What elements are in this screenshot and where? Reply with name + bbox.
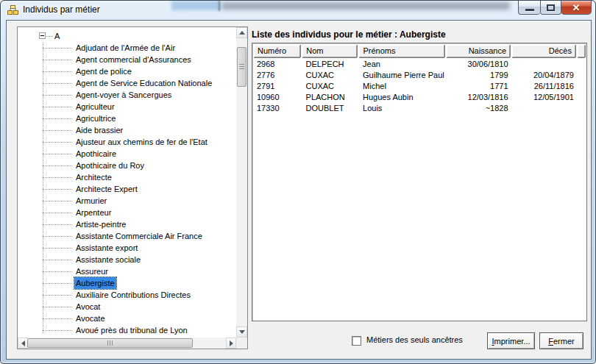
- tree-item-label[interactable]: Apothicaire du Roy: [74, 160, 146, 171]
- tree-item[interactable]: Ajusteur aux chemins de fer de l'Etat: [18, 136, 235, 148]
- tree-item-label[interactable]: Agent commercial d'Assurances: [74, 54, 193, 65]
- tree-item-label[interactable]: Avocat: [74, 301, 102, 313]
- tree-item-label[interactable]: Aide brassier: [74, 124, 124, 136]
- tree-item-label[interactable]: Assistante Commerciale Air France: [74, 230, 204, 242]
- column-header[interactable]: Numéro: [254, 45, 300, 57]
- tree-item-label[interactable]: Armurier: [74, 195, 108, 207]
- tree-connector: [43, 330, 72, 331]
- table-cell: 30/06/1810: [447, 59, 511, 70]
- tree-connector: [43, 95, 72, 96]
- tree-item[interactable]: Apothicaire du Roy: [18, 160, 235, 171]
- table-cell: [514, 59, 577, 70]
- tree-item[interactable]: Agent-voyer à Sancergues: [18, 89, 235, 101]
- tree-item[interactable]: Avoué près du tribunal de Lyon: [18, 324, 235, 336]
- tree-item-label[interactable]: Adjudant de l'Armée de l'Air: [74, 42, 177, 54]
- scroll-up-button[interactable]: [236, 27, 247, 38]
- tree-root-label[interactable]: A: [54, 30, 60, 42]
- vertical-scroll-thumb[interactable]: [237, 47, 246, 87]
- table-cell: PLACHON: [303, 92, 358, 103]
- tree-item-label[interactable]: Auxiliaire Contributions Directes: [74, 289, 192, 301]
- horizontal-scroll-thumb[interactable]: [27, 338, 193, 348]
- genealogy-app-icon: [7, 5, 18, 15]
- tree-connector: [43, 283, 72, 284]
- tree-item-label[interactable]: Aubergiste: [74, 277, 116, 289]
- tree-item-label[interactable]: Agent de Service Education Nationale: [74, 77, 213, 89]
- table-cell: 12/05/1901: [514, 92, 577, 103]
- tree-item[interactable]: Adjudant de l'Armée de l'Air: [18, 42, 235, 54]
- profession-tree[interactable]: A Adjudant de l'Armée de l'AirAgent comm…: [17, 26, 248, 349]
- table-row[interactable]: 2776CUXACGuilhaume Pierre Paul179920/04/…: [254, 70, 585, 81]
- tree-item[interactable]: Assistante export: [18, 242, 235, 254]
- tree-item[interactable]: Agriculteur: [18, 101, 235, 113]
- tree-connector: [43, 107, 72, 107]
- table-cell: 26/11/1816: [514, 81, 577, 92]
- tree-item[interactable]: Armurier: [18, 195, 235, 207]
- tree-item[interactable]: Artiste-peintre: [18, 218, 235, 230]
- fermer-button[interactable]: Fermer: [539, 332, 583, 349]
- ancestors-only-checkbox[interactable]: [352, 336, 361, 346]
- tree-item[interactable]: Architecte Expert: [18, 183, 235, 195]
- tree-item[interactable]: Apothicaire: [18, 148, 235, 160]
- tree-item-label[interactable]: Avoué près du tribunal de Lyon: [74, 324, 189, 336]
- tree-connector: [43, 177, 72, 178]
- dialog-window: Individus par métier ✕ A Adjud: [0, 0, 596, 364]
- tree-item-label[interactable]: Assistante sociale: [74, 254, 142, 265]
- column-header[interactable]: Prénoms: [359, 45, 444, 57]
- column-header[interactable]: Nom: [302, 45, 357, 57]
- tree-item[interactable]: Aide brassier: [18, 124, 235, 136]
- maximize-button[interactable]: [540, 1, 561, 15]
- tree-item[interactable]: Assistante Commerciale Air France: [18, 230, 235, 242]
- table-row[interactable]: 2968DELPECHJean30/06/1810: [254, 59, 585, 70]
- tree-item-label[interactable]: Agent-voyer à Sancergues: [74, 89, 173, 101]
- arrow-down-icon: [239, 330, 245, 334]
- tree-item[interactable]: Avocat: [18, 301, 235, 313]
- tree-item[interactable]: Auxiliaire Contributions Directes: [18, 289, 235, 301]
- background-window-blur: [171, 1, 220, 10]
- table-row[interactable]: 10960PLACHONHugues Aubin12/03/181612/05/…: [254, 92, 585, 103]
- tree-item-label[interactable]: Agricultrice: [74, 113, 117, 124]
- table-cell: 1799: [447, 70, 511, 81]
- tree-item-label[interactable]: Ajusteur aux chemins de fer de l'Etat: [74, 136, 209, 148]
- tree-item[interactable]: Avocate: [18, 313, 235, 324]
- scrollbar-corner: [236, 338, 247, 349]
- tree-item-label[interactable]: Avocate: [74, 313, 107, 324]
- tree-horizontal-scrollbar[interactable]: [18, 338, 236, 349]
- tree-item[interactable]: Assureur: [18, 265, 235, 277]
- collapse-icon[interactable]: [39, 32, 46, 39]
- scroll-down-button[interactable]: [236, 326, 247, 338]
- tree-vertical-scrollbar[interactable]: [236, 27, 247, 338]
- tree-item-label[interactable]: Apothicaire: [74, 148, 118, 160]
- table-row[interactable]: 17330DOUBLETLouis~1828: [254, 103, 585, 114]
- tree-item[interactable]: Agricultrice: [18, 113, 235, 124]
- tree-item-label[interactable]: Architecte: [74, 171, 113, 183]
- minimize-button[interactable]: [518, 1, 540, 15]
- tree-item[interactable]: Agent de Service Education Nationale: [18, 77, 235, 89]
- tree-item-label[interactable]: Artiste-peintre: [74, 218, 127, 230]
- title-bar[interactable]: Individus par métier ✕: [1, 1, 595, 20]
- tree-item-label[interactable]: Assureur: [74, 265, 110, 277]
- tree-item-label[interactable]: Arpenteur: [74, 207, 113, 218]
- arrow-up-icon: [239, 31, 245, 35]
- close-button[interactable]: ✕: [561, 1, 592, 15]
- tree-root-node[interactable]: A: [18, 30, 235, 42]
- tree-connector: [43, 307, 72, 307]
- tree-item[interactable]: Architecte: [18, 171, 235, 183]
- tree-item-label[interactable]: Agriculteur: [74, 101, 116, 113]
- tree-connector: [43, 165, 72, 166]
- tree-item-selected[interactable]: Aubergiste: [18, 277, 235, 289]
- scroll-right-button[interactable]: [226, 338, 236, 349]
- tree-item[interactable]: Assistante sociale: [18, 254, 235, 265]
- tree-item[interactable]: Agent de police: [18, 65, 235, 77]
- tree-item-label[interactable]: Assistante export: [74, 242, 139, 254]
- print-button[interactable]: Imprimer...: [487, 332, 535, 349]
- tree-item[interactable]: Arpenteur: [18, 207, 235, 218]
- table-row[interactable]: 2791CUXACMichel177126/11/1816: [254, 81, 585, 92]
- scroll-left-button[interactable]: [18, 338, 28, 349]
- table-cell: 17330: [254, 103, 301, 114]
- column-header[interactable]: Naissance: [447, 45, 510, 57]
- tree-item-label[interactable]: Architecte Expert: [74, 183, 139, 195]
- tree-item[interactable]: Agent commercial d'Assurances: [18, 54, 235, 65]
- column-header[interactable]: Décès: [512, 45, 575, 57]
- tree-item-label[interactable]: Agent de police: [74, 65, 133, 77]
- individuals-table[interactable]: NuméroNomPrénomsNaissanceDécès 2968DELPE…: [252, 43, 587, 321]
